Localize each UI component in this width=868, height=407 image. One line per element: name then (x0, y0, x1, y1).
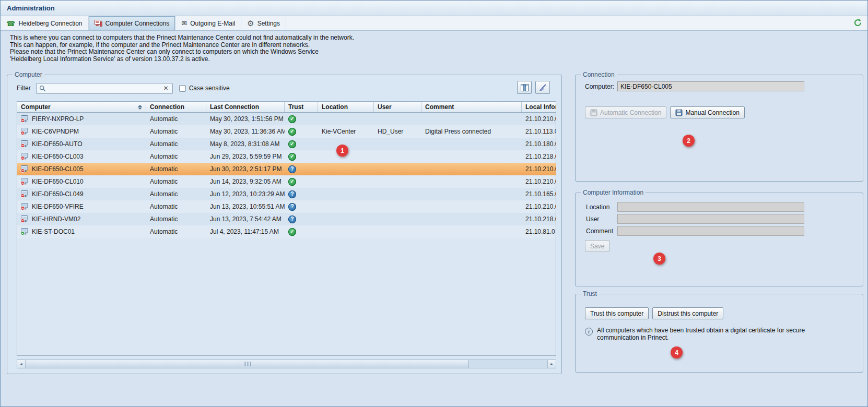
unknown-trust-icon: ? (288, 165, 296, 173)
refresh-button[interactable] (852, 18, 863, 29)
scrollbar-track[interactable] (26, 360, 547, 368)
table-row[interactable]: KIE-DF650-CL003AutomaticJun 29, 2023, 5:… (17, 150, 556, 163)
tab-settings[interactable]: ⚙ Settings (241, 16, 286, 30)
last-connection-cell: Jun 12, 2023, 10:23:29 AM (206, 188, 285, 200)
user-cell (374, 213, 421, 225)
table-row[interactable]: KIE-DF650-AUTOAutomaticMay 8, 2023, 8:31… (17, 138, 556, 150)
computer-cell: KIE-DF650-VFIRE (17, 200, 146, 213)
title-bar: Administration (1, 1, 867, 16)
scroll-right-button[interactable]: ► (547, 360, 556, 368)
gear-icon: ⚙ (247, 19, 254, 27)
trusted-icon: ✓ (288, 228, 296, 236)
trust-cell: ? (285, 213, 318, 225)
last-connection-cell: May 30, 2023, 11:36:36 AM (206, 125, 285, 138)
trust-cell: ? (285, 163, 318, 175)
clear-filter-icon[interactable]: ✕ (162, 85, 170, 92)
table-row[interactable]: KIE-DF650-CL010AutomaticJun 14, 2023, 9:… (17, 175, 556, 188)
column-header-user[interactable]: User (374, 102, 421, 112)
case-sensitive-label: Case sensitive (189, 85, 230, 92)
reset-layout-button[interactable] (535, 81, 550, 94)
trust-cell: ✓ (285, 175, 318, 188)
computer-cell: KIE-DF650-CL005 (17, 163, 146, 175)
phone-icon: ☎ (6, 20, 15, 27)
computer-table-body: FIERY-NXPRO-LPAutomaticMay 30, 2023, 1:5… (17, 113, 556, 238)
scroll-left-button[interactable]: ◄ (17, 360, 26, 368)
computer-name: KIE-HRND-VM02 (32, 216, 80, 223)
last-connection-cell: Jun 13, 2023, 7:54:42 AM (206, 213, 285, 225)
annotation-marker-4: 4 (671, 346, 683, 358)
trust-this-computer-button[interactable]: Trust this computer (585, 307, 649, 319)
column-header-local-info[interactable]: Local Infor (522, 102, 556, 112)
local-info-cell: 21.10.81.0 (522, 225, 556, 238)
computer-cell: KIE-DF650-CL049 (17, 188, 146, 200)
computer-groupbox: Computer Filter ✕ Case sensitive (7, 75, 562, 374)
last-connection-cell: May 8, 2023, 8:31:08 AM (206, 138, 285, 150)
column-label: Computer (21, 103, 51, 111)
location-cell (318, 113, 374, 125)
description-line: Please note that the Prinect Maintenance… (10, 49, 354, 56)
connection-computer-field[interactable]: KIE-DF650-CL005 (617, 81, 804, 91)
trust-info-text: All computers which have been trusted ob… (597, 327, 826, 341)
connection-cell: Automatic (146, 150, 206, 163)
column-header-computer[interactable]: Computer (17, 102, 146, 112)
comment-cell (421, 225, 522, 238)
computer-cell: KIE-HRND-VM02 (17, 213, 146, 225)
table-row[interactable]: KIE-ST-DOC01AutomaticJul 4, 2023, 11:47:… (17, 225, 556, 238)
trust-cell: ? (285, 188, 318, 200)
horizontal-scrollbar[interactable]: ◄ ► (17, 360, 556, 368)
table-header: Computer Connection Last Connection Trus… (17, 102, 556, 113)
location-cell (318, 163, 374, 175)
scrollbar-thumb[interactable] (26, 360, 469, 368)
computer-name: KIE-C6VPNDPM (32, 128, 79, 135)
user-cell (374, 175, 421, 188)
manual-connection-button[interactable]: Manual Connection (670, 106, 744, 118)
sort-icon[interactable] (138, 105, 142, 110)
trust-cell: ✓ (285, 125, 318, 138)
column-label: Trust (288, 103, 303, 111)
table-row[interactable]: KIE-DF650-CL049AutomaticJun 12, 2023, 10… (17, 188, 556, 200)
trusted-icon: ✓ (288, 140, 296, 148)
local-info-cell: 21.10.210.0 (522, 200, 556, 213)
table-row[interactable]: FIERY-NXPRO-LPAutomaticMay 30, 2023, 1:5… (17, 113, 556, 125)
column-settings-button[interactable] (517, 81, 532, 94)
column-header-trust[interactable]: Trust (285, 102, 318, 112)
computer-name: KIE-DF650-CL005 (32, 165, 84, 173)
filter-field: ✕ (36, 83, 173, 94)
filter-input[interactable] (48, 84, 160, 92)
user-cell (374, 163, 421, 175)
column-label: Last Connection (210, 103, 259, 111)
user-cell (374, 150, 421, 163)
computer-blocked-icon (20, 177, 29, 186)
case-sensitive-option[interactable]: Case sensitive (179, 85, 230, 92)
connection-cell: Automatic (146, 225, 206, 238)
table-row[interactable]: KIE-DF650-VFIREAutomaticJun 13, 2023, 10… (17, 200, 556, 213)
column-header-last-connection[interactable]: Last Connection (206, 102, 285, 112)
tab-heidelberg-connection[interactable]: ☎ Heidelberg Connection (1, 16, 89, 30)
tab-computer-connections[interactable]: Computer Connections (89, 16, 176, 30)
trusted-icon: ✓ (288, 115, 296, 123)
computer-blocked-icon (20, 115, 29, 123)
trust-cell: ? (285, 200, 318, 213)
tab-label: Heidelberg Connection (18, 20, 82, 27)
local-info-cell: 21.10.210.0 (522, 163, 556, 175)
comment-label: Comment (586, 228, 613, 235)
table-row[interactable]: KIE-DF650-CL005AutomaticJun 30, 2023, 2:… (17, 163, 556, 175)
save-button: Save (585, 240, 609, 252)
comment-field (617, 226, 804, 236)
comment-cell (421, 188, 522, 200)
computer-cell: KIE-DF650-AUTO (17, 138, 146, 150)
table-row[interactable]: KIE-HRND-VM02AutomaticJun 13, 2023, 7:54… (17, 213, 556, 225)
tab-bar: ☎ Heidelberg Connection Computer Connect… (1, 16, 867, 31)
case-sensitive-checkbox[interactable] (179, 85, 186, 92)
table-row[interactable]: KIE-C6VPNDPMAutomaticMay 30, 2023, 11:36… (17, 125, 556, 138)
annotation-marker-3: 3 (653, 253, 665, 265)
column-header-comment[interactable]: Comment (421, 102, 522, 112)
distrust-this-computer-button[interactable]: Distrust this computer (652, 307, 723, 319)
last-connection-cell: Jun 29, 2023, 5:59:59 PM (206, 150, 285, 163)
user-cell (374, 113, 421, 125)
column-header-location[interactable]: Location (318, 102, 374, 112)
tab-outgoing-email[interactable]: ✉ Outgoing E-Mail (175, 16, 241, 30)
column-header-connection[interactable]: Connection (146, 102, 206, 112)
scrollbar-grip (244, 362, 251, 366)
column-label: Connection (150, 103, 184, 111)
